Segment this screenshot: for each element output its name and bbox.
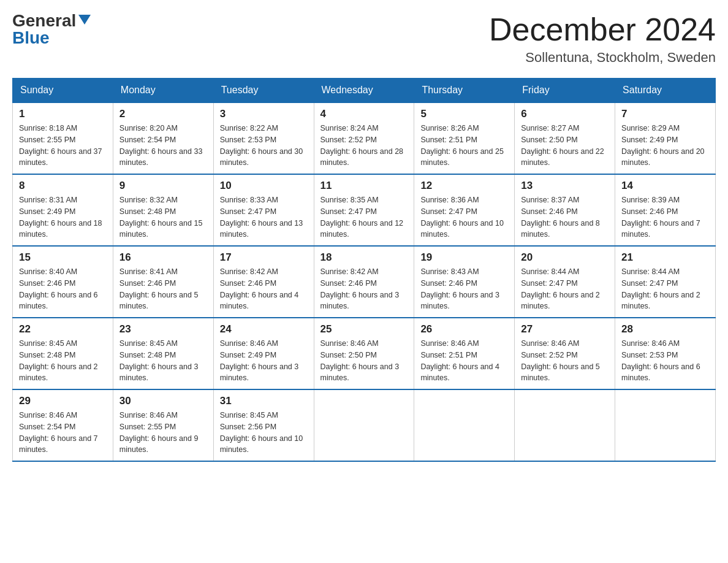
day-info: Sunrise: 8:26 AMSunset: 2:51 PMDaylight:… <box>420 123 508 169</box>
day-number: 31 <box>220 395 308 407</box>
calendar-cell: 4Sunrise: 8:24 AMSunset: 2:52 PMDaylight… <box>314 102 414 174</box>
calendar-cell: 1Sunrise: 8:18 AMSunset: 2:55 PMDaylight… <box>13 102 113 174</box>
day-info: Sunrise: 8:36 AMSunset: 2:47 PMDaylight:… <box>420 194 508 240</box>
calendar-cell: 17Sunrise: 8:42 AMSunset: 2:46 PMDayligh… <box>213 246 314 318</box>
calendar-cell: 15Sunrise: 8:40 AMSunset: 2:46 PMDayligh… <box>13 246 113 318</box>
day-info: Sunrise: 8:32 AMSunset: 2:48 PMDaylight:… <box>119 194 207 240</box>
day-info: Sunrise: 8:44 AMSunset: 2:47 PMDaylight:… <box>521 266 609 312</box>
day-number: 22 <box>19 323 107 335</box>
day-number: 8 <box>19 180 107 192</box>
calendar-table: SundayMondayTuesdayWednesdayThursdayFrid… <box>12 78 716 462</box>
day-info: Sunrise: 8:20 AMSunset: 2:54 PMDaylight:… <box>119 123 207 169</box>
month-title: December 2024 <box>489 12 716 47</box>
day-number: 6 <box>521 108 609 120</box>
calendar-cell: 16Sunrise: 8:41 AMSunset: 2:46 PMDayligh… <box>113 246 213 318</box>
day-number: 28 <box>621 323 709 335</box>
day-number: 21 <box>621 251 709 264</box>
calendar-cell: 5Sunrise: 8:26 AMSunset: 2:51 PMDaylight… <box>414 102 515 174</box>
calendar-cell: 25Sunrise: 8:46 AMSunset: 2:50 PMDayligh… <box>314 318 414 389</box>
day-number: 20 <box>521 251 609 264</box>
weekday-header-thursday: Thursday <box>414 79 515 103</box>
day-info: Sunrise: 8:40 AMSunset: 2:46 PMDaylight:… <box>19 266 107 312</box>
calendar-cell: 27Sunrise: 8:46 AMSunset: 2:52 PMDayligh… <box>515 318 615 389</box>
day-number: 30 <box>119 395 207 407</box>
weekday-header-saturday: Saturday <box>615 79 716 103</box>
calendar-cell: 8Sunrise: 8:31 AMSunset: 2:49 PMDaylight… <box>13 174 113 246</box>
calendar-cell: 2Sunrise: 8:20 AMSunset: 2:54 PMDaylight… <box>113 102 213 174</box>
day-info: Sunrise: 8:33 AMSunset: 2:47 PMDaylight:… <box>220 194 308 240</box>
day-number: 29 <box>19 395 107 407</box>
day-number: 2 <box>119 108 207 120</box>
calendar-cell: 29Sunrise: 8:46 AMSunset: 2:54 PMDayligh… <box>13 389 113 461</box>
calendar-week-row-2: 8Sunrise: 8:31 AMSunset: 2:49 PMDaylight… <box>13 174 716 246</box>
day-number: 10 <box>220 180 308 192</box>
weekday-header-friday: Friday <box>515 79 615 103</box>
day-info: Sunrise: 8:31 AMSunset: 2:49 PMDaylight:… <box>19 194 107 240</box>
calendar-cell: 23Sunrise: 8:45 AMSunset: 2:48 PMDayligh… <box>113 318 213 389</box>
day-number: 3 <box>220 108 308 120</box>
day-info: Sunrise: 8:45 AMSunset: 2:56 PMDaylight:… <box>220 410 308 456</box>
day-info: Sunrise: 8:46 AMSunset: 2:54 PMDaylight:… <box>19 410 107 456</box>
day-number: 14 <box>621 180 709 192</box>
calendar-cell: 7Sunrise: 8:29 AMSunset: 2:49 PMDaylight… <box>615 102 716 174</box>
calendar-week-row-1: 1Sunrise: 8:18 AMSunset: 2:55 PMDaylight… <box>13 102 716 174</box>
day-info: Sunrise: 8:37 AMSunset: 2:46 PMDaylight:… <box>521 194 609 240</box>
logo: General Blue <box>12 12 91 47</box>
weekday-header-sunday: Sunday <box>13 79 113 103</box>
day-number: 5 <box>420 108 508 120</box>
calendar-cell: 10Sunrise: 8:33 AMSunset: 2:47 PMDayligh… <box>213 174 314 246</box>
location-title: Sollentuna, Stockholm, Sweden <box>489 50 716 66</box>
day-number: 4 <box>320 108 408 120</box>
calendar-week-row-5: 29Sunrise: 8:46 AMSunset: 2:54 PMDayligh… <box>13 389 716 461</box>
calendar-cell: 18Sunrise: 8:42 AMSunset: 2:46 PMDayligh… <box>314 246 414 318</box>
title-section: December 2024 Sollentuna, Stockholm, Swe… <box>489 12 716 66</box>
day-info: Sunrise: 8:46 AMSunset: 2:53 PMDaylight:… <box>621 338 709 384</box>
calendar-cell: 13Sunrise: 8:37 AMSunset: 2:46 PMDayligh… <box>515 174 615 246</box>
page-header: General Blue December 2024 Sollentuna, S… <box>12 12 716 66</box>
calendar-cell: 6Sunrise: 8:27 AMSunset: 2:50 PMDaylight… <box>515 102 615 174</box>
calendar-cell: 11Sunrise: 8:35 AMSunset: 2:47 PMDayligh… <box>314 174 414 246</box>
day-info: Sunrise: 8:29 AMSunset: 2:49 PMDaylight:… <box>621 123 709 169</box>
day-info: Sunrise: 8:42 AMSunset: 2:46 PMDaylight:… <box>320 266 408 312</box>
day-number: 24 <box>220 323 308 335</box>
day-info: Sunrise: 8:35 AMSunset: 2:47 PMDaylight:… <box>320 194 408 240</box>
calendar-week-row-3: 15Sunrise: 8:40 AMSunset: 2:46 PMDayligh… <box>13 246 716 318</box>
day-info: Sunrise: 8:39 AMSunset: 2:46 PMDaylight:… <box>621 194 709 240</box>
day-info: Sunrise: 8:24 AMSunset: 2:52 PMDaylight:… <box>320 123 408 169</box>
day-number: 13 <box>521 180 609 192</box>
calendar-cell: 20Sunrise: 8:44 AMSunset: 2:47 PMDayligh… <box>515 246 615 318</box>
day-info: Sunrise: 8:27 AMSunset: 2:50 PMDaylight:… <box>521 123 609 169</box>
day-info: Sunrise: 8:42 AMSunset: 2:46 PMDaylight:… <box>220 266 308 312</box>
day-number: 16 <box>119 251 207 264</box>
day-info: Sunrise: 8:41 AMSunset: 2:46 PMDaylight:… <box>119 266 207 312</box>
day-number: 26 <box>420 323 508 335</box>
calendar-cell: 14Sunrise: 8:39 AMSunset: 2:46 PMDayligh… <box>615 174 716 246</box>
day-info: Sunrise: 8:43 AMSunset: 2:46 PMDaylight:… <box>420 266 508 312</box>
day-info: Sunrise: 8:46 AMSunset: 2:50 PMDaylight:… <box>320 338 408 384</box>
day-info: Sunrise: 8:44 AMSunset: 2:47 PMDaylight:… <box>621 266 709 312</box>
day-number: 18 <box>320 251 408 264</box>
day-number: 27 <box>521 323 609 335</box>
day-info: Sunrise: 8:46 AMSunset: 2:55 PMDaylight:… <box>119 410 207 456</box>
day-info: Sunrise: 8:46 AMSunset: 2:52 PMDaylight:… <box>521 338 609 384</box>
day-info: Sunrise: 8:46 AMSunset: 2:51 PMDaylight:… <box>420 338 508 384</box>
calendar-cell <box>615 389 716 461</box>
day-info: Sunrise: 8:46 AMSunset: 2:49 PMDaylight:… <box>220 338 308 384</box>
day-number: 1 <box>19 108 107 120</box>
weekday-header-row: SundayMondayTuesdayWednesdayThursdayFrid… <box>13 79 716 103</box>
calendar-cell: 31Sunrise: 8:45 AMSunset: 2:56 PMDayligh… <box>213 389 314 461</box>
day-info: Sunrise: 8:45 AMSunset: 2:48 PMDaylight:… <box>19 338 107 384</box>
calendar-cell: 28Sunrise: 8:46 AMSunset: 2:53 PMDayligh… <box>615 318 716 389</box>
day-number: 12 <box>420 180 508 192</box>
day-number: 9 <box>119 180 207 192</box>
day-number: 23 <box>119 323 207 335</box>
calendar-cell: 21Sunrise: 8:44 AMSunset: 2:47 PMDayligh… <box>615 246 716 318</box>
calendar-cell: 19Sunrise: 8:43 AMSunset: 2:46 PMDayligh… <box>414 246 515 318</box>
calendar-cell <box>515 389 615 461</box>
weekday-header-wednesday: Wednesday <box>314 79 414 103</box>
logo-triangle-icon <box>78 15 91 25</box>
calendar-cell: 24Sunrise: 8:46 AMSunset: 2:49 PMDayligh… <box>213 318 314 389</box>
calendar-cell <box>314 389 414 461</box>
calendar-cell <box>414 389 515 461</box>
weekday-header-monday: Monday <box>113 79 213 103</box>
